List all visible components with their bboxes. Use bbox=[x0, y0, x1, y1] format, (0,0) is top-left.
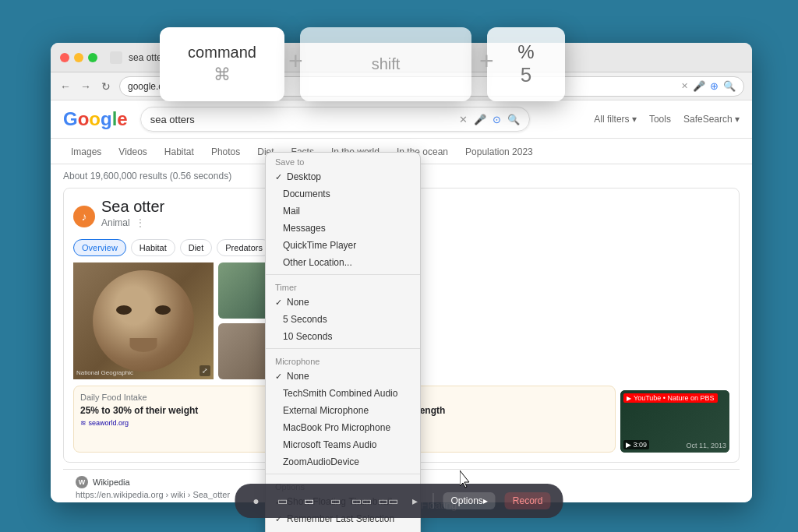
youtube-badge: ▶ YouTube • Nature on PBS bbox=[623, 393, 718, 403]
shortcut-shift-card: shift bbox=[300, 27, 471, 101]
tab-photos[interactable]: Photos bbox=[203, 142, 248, 164]
toolbar-window-icon[interactable]: ▭ bbox=[274, 492, 291, 509]
toolbar-ios-icon[interactable]: ▭▭ bbox=[380, 492, 397, 509]
menu-item-macbook-mic[interactable]: MacBook Pro Microphone bbox=[266, 419, 420, 436]
search-icon: 🔍 bbox=[723, 80, 736, 92]
context-menu: Save to Desktop Documents Mail Messages … bbox=[265, 152, 421, 532]
menu-item-show-clicks[interactable]: Show Mouse Clicks bbox=[266, 527, 420, 532]
entity-subtitle: Animal ⋮ bbox=[101, 217, 164, 228]
menu-item-none-timer[interactable]: None bbox=[266, 294, 420, 311]
toolbar-record-dot[interactable]: ● bbox=[247, 492, 264, 509]
expand-icon[interactable]: ⤢ bbox=[200, 365, 210, 376]
menu-item-teams-audio[interactable]: Microsoft Teams Audio bbox=[266, 436, 420, 453]
more-icon[interactable]: ⋮ bbox=[136, 217, 145, 228]
ov-tab-diet[interactable]: Diet bbox=[180, 239, 213, 256]
record-label: Record bbox=[513, 495, 543, 506]
wiki-favicon: W bbox=[76, 476, 88, 488]
plus-sign-2: + bbox=[479, 47, 494, 76]
search-submit-icon[interactable]: 🔍 bbox=[507, 114, 520, 125]
toolbar-partial-icon[interactable]: ▭ bbox=[327, 492, 344, 509]
menu-item-10sec[interactable]: 10 Seconds bbox=[266, 328, 420, 345]
plus-sign-1: + bbox=[288, 47, 303, 76]
youtube-duration: ▶ 3:09 bbox=[623, 440, 649, 449]
menu-item-techsmith[interactable]: TechSmith Combined Audio bbox=[266, 385, 420, 402]
options-label: Options▸ bbox=[450, 495, 487, 506]
search-bar[interactable]: sea otters ✕ 🎤 ⊙ 🔍 bbox=[140, 107, 530, 132]
toolbar-play-icon[interactable]: ▸ bbox=[406, 492, 423, 509]
menu-item-documents[interactable]: Documents bbox=[266, 185, 420, 203]
clear-search-icon[interactable]: ✕ bbox=[459, 114, 468, 125]
toolbar-divider-1 bbox=[433, 493, 433, 509]
menu-item-5sec[interactable]: 5 Seconds bbox=[266, 311, 420, 328]
clear-icon: ✕ bbox=[681, 81, 688, 91]
menu-item-messages[interactable]: Messages bbox=[266, 220, 420, 237]
all-filters[interactable]: All filters ▾ bbox=[594, 114, 637, 125]
tab-population[interactable]: Population 2023 bbox=[457, 142, 541, 164]
bottom-toolbar: ● ▭ ▭ ▭ ▭▭ ▭▭ ▸ Options▸ Record bbox=[235, 484, 563, 518]
command-label: command bbox=[188, 44, 256, 62]
youtube-thumbnail[interactable]: ▶ YouTube • Nature on PBS ▶ 3:09 Oct 11,… bbox=[620, 390, 729, 453]
lens-search-icon[interactable]: ⊙ bbox=[493, 114, 501, 125]
tab-images[interactable]: Images bbox=[63, 142, 109, 164]
minimize-button[interactable] bbox=[74, 53, 83, 62]
menu-divider-2 bbox=[266, 348, 420, 349]
google-logo: Google bbox=[63, 108, 128, 130]
shortcut-command-card: command ⌘ bbox=[160, 27, 284, 101]
menu-item-desktop[interactable]: Desktop bbox=[266, 168, 420, 185]
menu-divider-3 bbox=[266, 474, 420, 474]
back-button[interactable]: ← bbox=[58, 79, 72, 93]
mic-icon: 🎤 bbox=[693, 80, 705, 92]
menu-item-zoom-audio[interactable]: ZoomAudioDevice bbox=[266, 453, 420, 470]
google-header: Google sea otters ✕ 🎤 ⊙ 🔍 All filters ▾ … bbox=[51, 100, 752, 139]
record-button[interactable]: Record bbox=[505, 492, 551, 509]
microphone-label: Microphone bbox=[266, 352, 420, 368]
menu-item-quicktime[interactable]: QuickTime Player bbox=[266, 237, 420, 254]
toolbar-multi-icon[interactable]: ▭▭ bbox=[353, 492, 370, 509]
menu-item-external-mic[interactable]: External Microphone bbox=[266, 402, 420, 419]
safesearch-btn[interactable]: SafeSearch ▾ bbox=[683, 114, 740, 125]
menu-item-other-location[interactable]: Other Location... bbox=[266, 254, 420, 271]
entity-title: Sea otter bbox=[101, 198, 164, 216]
menu-divider-1 bbox=[266, 274, 420, 275]
wiki-site: Wikipedia bbox=[93, 477, 130, 487]
tools-btn[interactable]: Tools bbox=[649, 114, 671, 125]
tab-videos[interactable]: Videos bbox=[111, 142, 154, 164]
menu-item-mail[interactable]: Mail bbox=[266, 203, 420, 220]
menu-item-none-mic[interactable]: None bbox=[266, 368, 420, 385]
youtube-date: Oct 11, 2013 bbox=[686, 442, 726, 449]
options-button[interactable]: Options▸ bbox=[443, 492, 495, 509]
shift-label: shift bbox=[372, 55, 401, 73]
shortcut-percent-card: % 5 bbox=[487, 27, 565, 101]
search-text: sea otters bbox=[150, 114, 453, 125]
lens-icon: ⊕ bbox=[710, 80, 719, 92]
cursor bbox=[460, 470, 472, 489]
mic-search-icon[interactable]: 🎤 bbox=[474, 114, 486, 125]
ov-tab-habitat[interactable]: Habitat bbox=[131, 239, 175, 256]
command-symbol: ⌘ bbox=[214, 65, 231, 85]
forward-button[interactable]: → bbox=[79, 79, 93, 93]
favicon bbox=[110, 51, 122, 64]
reload-button[interactable]: ↻ bbox=[99, 79, 113, 93]
timer-label: Timer bbox=[266, 278, 420, 294]
percent-number: 5 bbox=[521, 63, 531, 87]
sound-icon[interactable]: ♪ bbox=[73, 206, 95, 227]
image-source-label: National Geographic bbox=[76, 369, 133, 376]
traffic-lights bbox=[60, 53, 97, 62]
toolbar-screen-icon[interactable]: ▭ bbox=[300, 492, 317, 509]
ov-tab-overview[interactable]: Overview bbox=[73, 239, 126, 256]
percent-symbol: % bbox=[517, 41, 534, 63]
maximize-button[interactable] bbox=[88, 53, 97, 62]
close-button[interactable] bbox=[60, 53, 69, 62]
ov-tab-predators[interactable]: Predators bbox=[217, 239, 271, 256]
main-otter-image: National Geographic ⤢ bbox=[73, 262, 214, 379]
tab-habitat[interactable]: Habitat bbox=[157, 142, 202, 164]
save-to-label: Save to bbox=[266, 153, 420, 168]
